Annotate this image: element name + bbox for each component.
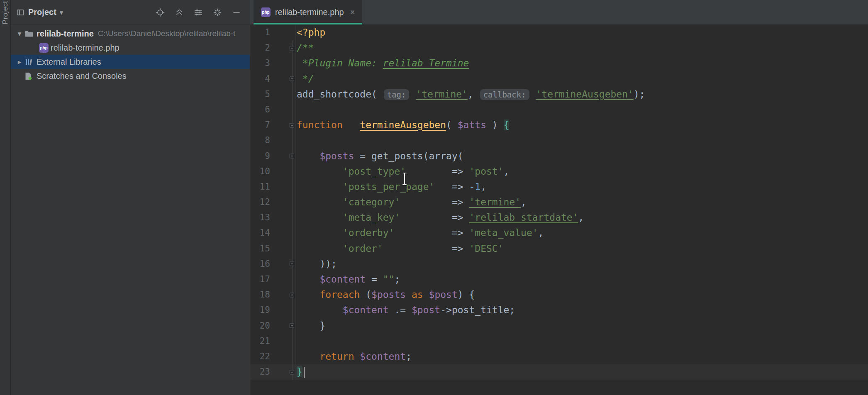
chevron-down-icon[interactable]: ▾ [14, 29, 25, 38]
code-line-16[interactable]: 16 )); [250, 256, 868, 272]
library-icon [25, 58, 37, 66]
code-text: 'meta_key' => 'relilab_startdate', [296, 210, 584, 225]
line-number[interactable]: 23 [250, 364, 270, 380]
line-number[interactable]: 8 [250, 133, 270, 148]
line-number[interactable]: 21 [250, 334, 270, 349]
filter-icon[interactable] [193, 7, 203, 17]
project-panel-header: Project ▾ [11, 0, 250, 25]
code-text: )); [296, 256, 337, 272]
code-text: foreach ($posts as $post) { [296, 287, 475, 302]
tree-item-path: C:\Users\Daniel\Desktop\relilab\relilab-… [98, 29, 236, 38]
code-line-3[interactable]: 3 *Plugin Name: relilab Termine [250, 56, 868, 71]
tree-item-relilab-termine-php[interactable]: phprelilab-termine.php [11, 41, 250, 55]
line-number[interactable]: 3 [250, 56, 270, 71]
line-number[interactable]: 1 [250, 25, 270, 40]
line-number[interactable]: 15 [250, 241, 270, 256]
code-line-11[interactable]: 11 'posts_per_page' => -1, [250, 179, 868, 195]
code-line-22[interactable]: 22 return $content; [250, 349, 868, 364]
fold-marker-icon[interactable] [290, 154, 294, 158]
code-line-13[interactable]: 13 'meta_key' => 'relilab_startdate', [250, 210, 868, 225]
code-text: 'category' => 'termine', [296, 195, 527, 210]
code-line-18[interactable]: 18 foreach ($posts as $post) { [250, 287, 868, 302]
code-text: 'post_type' => 'post', [296, 164, 509, 179]
line-number[interactable]: 7 [250, 117, 270, 133]
code-text [296, 102, 297, 117]
line-number[interactable]: 5 [250, 87, 270, 102]
hide-icon[interactable] [232, 7, 241, 17]
code-text [296, 334, 297, 349]
text-caret [304, 367, 305, 378]
tree-item-external-libraries[interactable]: ▸External Libraries [11, 55, 250, 69]
fold-marker-icon[interactable] [290, 46, 294, 50]
line-number[interactable]: 13 [250, 210, 270, 225]
code-line-14[interactable]: 14 'orderby' => 'meta_value', [250, 225, 868, 241]
code-line-4[interactable]: 4 */ [250, 71, 868, 87]
code-line-10[interactable]: 10 'post_type' => 'post', [250, 164, 868, 179]
line-number[interactable]: 10 [250, 164, 270, 179]
code-text [296, 133, 297, 148]
tree-item-label: Scratches and Consoles [37, 71, 127, 81]
project-tree: ▾relilab-termineC:\Users\Daniel\Desktop\… [11, 25, 250, 83]
code-line-15[interactable]: 15 'order' => 'DESC' [250, 241, 868, 256]
code-text: return $content; [296, 349, 412, 364]
fold-marker-icon[interactable] [290, 123, 294, 127]
line-number[interactable]: 4 [250, 71, 270, 87]
code-line-19[interactable]: 19 $content .= $post->post_title; [250, 302, 868, 318]
tab-label: relilab-termine.php [275, 7, 344, 17]
collapse-all-icon[interactable] [174, 7, 184, 17]
code-text: *Plugin Name: relilab Termine [296, 56, 469, 71]
code-line-7[interactable]: 7function termineAusgeben( $atts ) { [250, 117, 868, 133]
tree-item-label: relilab-termine [37, 29, 94, 39]
code-line-23[interactable]: 23} [250, 364, 868, 380]
code-line-17[interactable]: 17 $content = ""; [250, 272, 868, 287]
close-icon[interactable]: × [350, 7, 355, 17]
line-number[interactable]: 19 [250, 302, 270, 318]
line-number[interactable]: 6 [250, 102, 270, 117]
code-text: $content .= $post->post_title; [296, 302, 515, 318]
line-number[interactable]: 17 [250, 272, 270, 287]
code-text: 'orderby' => 'meta_value', [296, 225, 544, 241]
fold-guide-line [292, 40, 293, 380]
line-number[interactable]: 2 [250, 40, 270, 56]
code-text: 'order' => 'DESC' [296, 241, 504, 256]
line-number[interactable]: 9 [250, 149, 270, 164]
line-number[interactable]: 20 [250, 318, 270, 334]
tree-item-scratches-and-consoles[interactable]: Scratches and Consoles [11, 69, 250, 83]
fold-marker-icon[interactable] [290, 293, 294, 297]
project-view-icon [17, 9, 24, 16]
code-line-12[interactable]: 12 'category' => 'termine', [250, 195, 868, 210]
code-text: */ [296, 71, 314, 87]
code-line-20[interactable]: 20 } [250, 318, 868, 334]
line-number[interactable]: 18 [250, 287, 270, 302]
code-line-21[interactable]: 21 [250, 334, 868, 349]
gear-icon[interactable] [212, 7, 222, 17]
project-panel: Project ▾ ▾relilab-termineC:\Users\Danie… [11, 0, 250, 395]
chevron-down-icon[interactable]: ▾ [60, 8, 63, 17]
code-line-5[interactable]: 5add_shortcode( tag: 'termine', callback… [250, 87, 868, 102]
line-number[interactable]: 16 [250, 256, 270, 272]
panel-toolbar [155, 7, 244, 17]
tree-item-relilab-termine[interactable]: ▾relilab-termineC:\Users\Daniel\Desktop\… [11, 27, 250, 41]
line-number[interactable]: 11 [250, 179, 270, 195]
project-panel-title[interactable]: Project [28, 7, 56, 17]
php-icon: php [39, 43, 51, 53]
fold-marker-icon[interactable] [290, 324, 294, 328]
code-line-1[interactable]: 1<?php [250, 25, 868, 40]
tab-relilab-termine-php[interactable]: php relilab-termine.php × [254, 0, 362, 24]
code-editor[interactable]: 1<?php2/**3 *Plugin Name: relilab Termin… [250, 25, 868, 395]
locate-icon[interactable] [155, 7, 165, 17]
fold-marker-icon[interactable] [290, 370, 294, 374]
left-toolwindow-stripe: Project [0, 0, 11, 395]
line-number[interactable]: 12 [250, 195, 270, 210]
code-line-2[interactable]: 2/** [250, 40, 868, 56]
code-line-9[interactable]: 9 $posts = get_posts(array( [250, 149, 868, 164]
line-number[interactable]: 22 [250, 349, 270, 364]
line-number[interactable]: 14 [250, 225, 270, 241]
code-line-8[interactable]: 8 [250, 133, 868, 148]
chevron-right-icon[interactable]: ▸ [14, 58, 25, 66]
code-line-6[interactable]: 6 [250, 102, 868, 117]
fold-marker-icon[interactable] [290, 77, 294, 81]
fold-marker-icon[interactable] [290, 262, 294, 266]
project-stripe-button[interactable]: Project [1, 1, 10, 24]
code-text: add_shortcode( tag: 'termine', callback:… [296, 87, 645, 102]
